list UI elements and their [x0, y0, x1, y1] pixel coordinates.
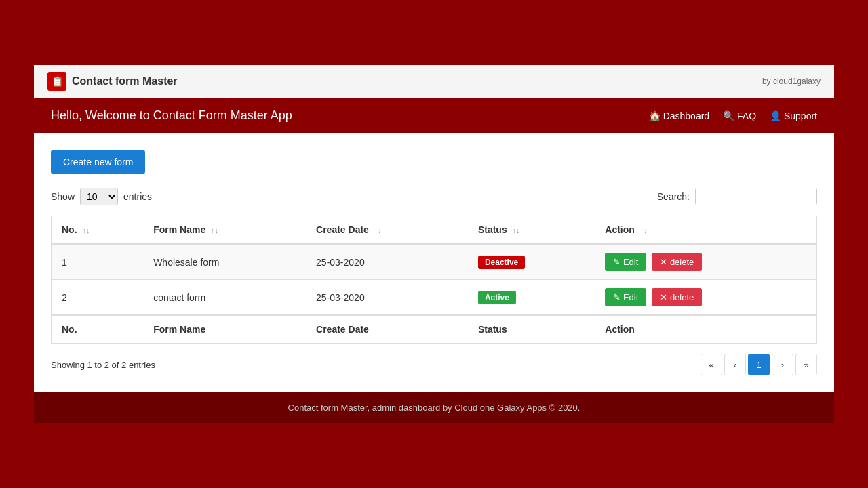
- table-row: 1Wholesale form25-03-2020Deactive✎ Edit✕…: [52, 244, 817, 280]
- col-no: No. ↑↓: [52, 216, 144, 245]
- edit-button[interactable]: ✎ Edit: [605, 253, 646, 271]
- col-create-date: Create Date ↑↓: [306, 216, 468, 245]
- nav-bar: Hello, Welcome to Contact Form Master Ap…: [34, 98, 834, 133]
- header-title: Contact form Master: [72, 75, 178, 87]
- entries-select[interactable]: 10 25 50 100: [80, 188, 118, 205]
- cell-create-date: 25-03-2020: [306, 280, 468, 316]
- sort-create-date-icon: ↑↓: [374, 226, 382, 235]
- entries-label: entries: [123, 191, 152, 202]
- sort-action-icon: ↑↓: [640, 226, 648, 235]
- showing-text: Showing 1 to 2 of 2 entries: [51, 360, 155, 370]
- cell-action: ✎ Edit✕ delete: [595, 244, 816, 280]
- search-input[interactable]: [695, 188, 817, 205]
- logo-icon: 📋: [47, 72, 66, 91]
- table-body: 1Wholesale form25-03-2020Deactive✎ Edit✕…: [52, 244, 817, 315]
- content-area: Create new form Show 10 25 50 100 entrie…: [34, 133, 834, 392]
- footer-col-action: Action: [595, 315, 816, 344]
- col-status: Status ↑↓: [468, 216, 595, 245]
- page-next-button[interactable]: ›: [772, 354, 793, 375]
- header-by-text: by cloud1galaxy: [762, 77, 821, 86]
- page-first-button[interactable]: «: [701, 354, 722, 375]
- nav-dashboard[interactable]: 🏠 Dashboard: [649, 110, 709, 121]
- footer-text: Contact form Master, admin dashboard by …: [288, 403, 580, 413]
- cell-form-name: contact form: [143, 280, 306, 316]
- footer-col-status: Status: [468, 315, 595, 344]
- cell-form-name: Wholesale form: [143, 244, 306, 280]
- nav-links: 🏠 Dashboard 🔍 FAQ 👤 Support: [649, 110, 817, 121]
- cell-action: ✎ Edit✕ delete: [595, 280, 816, 316]
- page-1-button[interactable]: 1: [748, 354, 770, 375]
- footer-col-create-date: Create Date: [306, 315, 468, 344]
- action-buttons: ✎ Edit✕ delete: [605, 288, 806, 306]
- delete-button[interactable]: ✕ delete: [652, 253, 702, 271]
- action-buttons: ✎ Edit✕ delete: [605, 253, 806, 271]
- table-footer-row: No. Form Name Create Date Status Action: [52, 315, 817, 344]
- search-area: Search:: [657, 188, 817, 205]
- table-controls: Show 10 25 50 100 entries Search:: [51, 188, 817, 205]
- table-header-row: No. ↑↓ Form Name ↑↓ Create Date ↑↓ Statu…: [52, 216, 817, 245]
- footer-col-no: No.: [52, 315, 144, 344]
- page-last-button[interactable]: »: [795, 354, 817, 375]
- create-new-form-button[interactable]: Create new form: [51, 150, 145, 174]
- table-footer: Showing 1 to 2 of 2 entries « ‹ 1 › »: [51, 354, 817, 375]
- cell-no: 2: [52, 280, 144, 316]
- status-badge: Deactive: [478, 256, 525, 269]
- table-row: 2contact form25-03-2020Active✎ Edit✕ del…: [52, 280, 817, 316]
- nav-faq[interactable]: 🔍 FAQ: [723, 110, 756, 121]
- footer-col-form-name: Form Name: [143, 315, 306, 344]
- header-logo: 📋 Contact form Master: [47, 72, 178, 91]
- data-table: No. ↑↓ Form Name ↑↓ Create Date ↑↓ Statu…: [51, 216, 817, 344]
- edit-button[interactable]: ✎ Edit: [605, 288, 646, 306]
- show-entries: Show 10 25 50 100 entries: [51, 188, 152, 205]
- sort-status-icon: ↑↓: [513, 226, 520, 235]
- nav-welcome: Hello, Welcome to Contact Form Master Ap…: [51, 108, 292, 123]
- cell-status: Deactive: [468, 244, 595, 280]
- search-label: Search:: [657, 191, 690, 202]
- delete-button[interactable]: ✕ delete: [652, 288, 702, 306]
- main-container: 📋 Contact form Master by cloud1galaxy He…: [34, 65, 834, 423]
- header-bar: 📋 Contact form Master by cloud1galaxy: [34, 65, 834, 98]
- footer: Contact form Master, admin dashboard by …: [34, 392, 834, 423]
- pagination: « ‹ 1 › »: [701, 354, 817, 375]
- col-form-name: Form Name ↑↓: [143, 216, 306, 245]
- sort-form-name-icon: ↑↓: [211, 226, 218, 235]
- show-label: Show: [51, 191, 75, 202]
- cell-create-date: 25-03-2020: [306, 244, 468, 280]
- cell-no: 1: [52, 244, 144, 280]
- sort-no-icon: ↑↓: [82, 226, 90, 235]
- status-badge: Active: [478, 291, 516, 304]
- page-prev-button[interactable]: ‹: [724, 354, 746, 375]
- col-action: Action ↑↓: [595, 216, 816, 245]
- cell-status: Active: [468, 280, 595, 316]
- nav-support[interactable]: 👤 Support: [770, 110, 817, 121]
